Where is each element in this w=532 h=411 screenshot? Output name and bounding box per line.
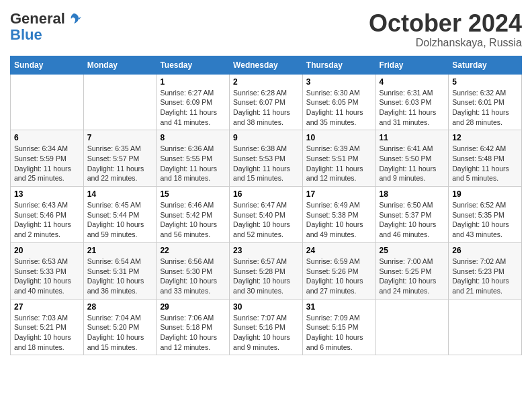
calendar-cell — [449, 299, 522, 355]
calendar-cell: 3Sunrise: 6:30 AM Sunset: 6:05 PM Daylig… — [302, 74, 375, 130]
day-number: 28 — [87, 302, 153, 312]
calendar-cell: 26Sunrise: 7:02 AM Sunset: 5:23 PM Dayli… — [449, 242, 522, 299]
calendar-cell: 13Sunrise: 6:43 AM Sunset: 5:46 PM Dayli… — [11, 187, 84, 243]
day-info: Sunrise: 7:04 AM Sunset: 5:20 PM Dayligh… — [87, 313, 153, 353]
logo-bird-icon — [66, 11, 81, 26]
day-number: 7 — [87, 133, 153, 142]
calendar-cell: 4Sunrise: 6:31 AM Sunset: 6:03 PM Daylig… — [375, 74, 449, 130]
calendar-cell: 20Sunrise: 6:53 AM Sunset: 5:33 PM Dayli… — [11, 242, 84, 299]
calendar-cell: 5Sunrise: 6:32 AM Sunset: 6:01 PM Daylig… — [449, 74, 522, 130]
calendar-cell: 28Sunrise: 7:04 AM Sunset: 5:20 PM Dayli… — [83, 299, 157, 355]
logo-blue-text: Blue — [10, 26, 42, 44]
day-info: Sunrise: 7:07 AM Sunset: 5:16 PM Dayligh… — [233, 313, 299, 353]
day-info: Sunrise: 6:56 AM Sunset: 5:30 PM Dayligh… — [160, 257, 226, 296]
week-row-5: 27Sunrise: 7:03 AM Sunset: 5:21 PM Dayli… — [11, 299, 522, 355]
day-number: 16 — [233, 189, 299, 199]
week-row-4: 20Sunrise: 6:53 AM Sunset: 5:33 PM Dayli… — [11, 242, 522, 299]
day-number: 21 — [87, 246, 153, 255]
calendar-cell — [375, 299, 449, 355]
day-number: 27 — [14, 302, 80, 312]
day-number: 3 — [306, 77, 372, 87]
day-number: 4 — [380, 77, 445, 87]
day-info: Sunrise: 6:46 AM Sunset: 5:42 PM Dayligh… — [160, 200, 226, 240]
day-info: Sunrise: 6:28 AM Sunset: 6:07 PM Dayligh… — [233, 88, 299, 128]
title-section: October 2024 Dolzhanskaya, Russia — [369, 10, 522, 49]
calendar-cell: 21Sunrise: 6:54 AM Sunset: 5:31 PM Dayli… — [83, 242, 157, 299]
calendar-cell: 11Sunrise: 6:41 AM Sunset: 5:50 PM Dayli… — [375, 130, 449, 187]
day-number: 12 — [452, 133, 518, 142]
header-day-friday: Friday — [375, 56, 449, 74]
calendar-cell: 2Sunrise: 6:28 AM Sunset: 6:07 PM Daylig… — [230, 74, 303, 130]
calendar-cell: 24Sunrise: 6:59 AM Sunset: 5:26 PM Dayli… — [302, 242, 375, 299]
day-number: 13 — [14, 189, 80, 199]
day-info: Sunrise: 6:39 AM Sunset: 5:51 PM Dayligh… — [306, 144, 372, 183]
day-number: 19 — [452, 189, 518, 199]
calendar-cell: 9Sunrise: 6:38 AM Sunset: 5:53 PM Daylig… — [230, 130, 303, 187]
calendar-cell: 7Sunrise: 6:35 AM Sunset: 5:57 PM Daylig… — [83, 130, 157, 187]
header-day-wednesday: Wednesday — [230, 56, 303, 74]
day-number: 6 — [14, 133, 80, 142]
day-info: Sunrise: 7:06 AM Sunset: 5:18 PM Dayligh… — [160, 313, 226, 353]
header-row: SundayMondayTuesdayWednesdayThursdayFrid… — [11, 56, 522, 74]
day-info: Sunrise: 6:42 AM Sunset: 5:48 PM Dayligh… — [452, 144, 518, 183]
day-info: Sunrise: 6:35 AM Sunset: 5:57 PM Dayligh… — [87, 144, 153, 183]
calendar-cell: 17Sunrise: 6:49 AM Sunset: 5:38 PM Dayli… — [302, 187, 375, 243]
week-row-2: 6Sunrise: 6:34 AM Sunset: 5:59 PM Daylig… — [11, 130, 522, 187]
day-info: Sunrise: 6:41 AM Sunset: 5:50 PM Dayligh… — [380, 144, 445, 183]
day-info: Sunrise: 6:43 AM Sunset: 5:46 PM Dayligh… — [14, 200, 80, 240]
day-info: Sunrise: 6:30 AM Sunset: 6:05 PM Dayligh… — [306, 88, 372, 128]
day-info: Sunrise: 6:27 AM Sunset: 6:09 PM Dayligh… — [160, 88, 226, 128]
calendar-cell: 31Sunrise: 7:09 AM Sunset: 5:15 PM Dayli… — [302, 299, 375, 355]
day-info: Sunrise: 6:57 AM Sunset: 5:28 PM Dayligh… — [233, 257, 299, 296]
header-day-tuesday: Tuesday — [157, 56, 230, 74]
day-number: 20 — [14, 246, 80, 255]
calendar-cell: 25Sunrise: 7:00 AM Sunset: 5:25 PM Dayli… — [375, 242, 449, 299]
day-number: 1 — [160, 77, 226, 87]
day-info: Sunrise: 6:50 AM Sunset: 5:37 PM Dayligh… — [380, 200, 445, 240]
day-info: Sunrise: 6:49 AM Sunset: 5:38 PM Dayligh… — [306, 200, 372, 240]
header-day-saturday: Saturday — [449, 56, 522, 74]
day-info: Sunrise: 7:00 AM Sunset: 5:25 PM Dayligh… — [380, 257, 445, 296]
calendar-cell: 1Sunrise: 6:27 AM Sunset: 6:09 PM Daylig… — [157, 74, 230, 130]
calendar-cell: 23Sunrise: 6:57 AM Sunset: 5:28 PM Dayli… — [230, 242, 303, 299]
week-row-1: 1Sunrise: 6:27 AM Sunset: 6:09 PM Daylig… — [11, 74, 522, 130]
calendar-cell: 14Sunrise: 6:45 AM Sunset: 5:44 PM Dayli… — [83, 187, 157, 243]
calendar-cell: 18Sunrise: 6:50 AM Sunset: 5:37 PM Dayli… — [375, 187, 449, 243]
day-number: 8 — [160, 133, 226, 142]
day-number: 2 — [233, 77, 299, 87]
day-info: Sunrise: 6:38 AM Sunset: 5:53 PM Dayligh… — [233, 144, 299, 183]
header-day-sunday: Sunday — [11, 56, 84, 74]
day-number: 18 — [380, 189, 445, 199]
calendar-cell: 15Sunrise: 6:46 AM Sunset: 5:42 PM Dayli… — [157, 187, 230, 243]
day-number: 29 — [160, 302, 226, 312]
header-day-thursday: Thursday — [302, 56, 375, 74]
calendar-cell: 6Sunrise: 6:34 AM Sunset: 5:59 PM Daylig… — [11, 130, 84, 187]
calendar-cell — [11, 74, 84, 130]
header-day-monday: Monday — [83, 56, 157, 74]
logo-general-text: General — [10, 10, 65, 28]
day-info: Sunrise: 7:03 AM Sunset: 5:21 PM Dayligh… — [14, 313, 80, 353]
day-info: Sunrise: 6:34 AM Sunset: 5:59 PM Dayligh… — [14, 144, 80, 183]
logo: General Blue — [10, 10, 81, 44]
calendar-cell: 10Sunrise: 6:39 AM Sunset: 5:51 PM Dayli… — [302, 130, 375, 187]
calendar-cell — [83, 74, 157, 130]
day-number: 11 — [380, 133, 445, 142]
day-number: 17 — [306, 189, 372, 199]
day-number: 26 — [452, 246, 518, 255]
calendar-cell: 29Sunrise: 7:06 AM Sunset: 5:18 PM Dayli… — [157, 299, 230, 355]
day-info: Sunrise: 6:36 AM Sunset: 5:55 PM Dayligh… — [160, 144, 226, 183]
calendar-cell: 27Sunrise: 7:03 AM Sunset: 5:21 PM Dayli… — [11, 299, 84, 355]
day-info: Sunrise: 6:54 AM Sunset: 5:31 PM Dayligh… — [87, 257, 153, 296]
day-number: 25 — [380, 246, 445, 255]
day-info: Sunrise: 6:31 AM Sunset: 6:03 PM Dayligh… — [380, 88, 445, 128]
calendar-cell: 30Sunrise: 7:07 AM Sunset: 5:16 PM Dayli… — [230, 299, 303, 355]
day-number: 23 — [233, 246, 299, 255]
header: General Blue October 2024 Dolzhanskaya, … — [10, 10, 522, 49]
calendar-table: SundayMondayTuesdayWednesdayThursdayFrid… — [10, 56, 522, 356]
calendar-cell: 8Sunrise: 6:36 AM Sunset: 5:55 PM Daylig… — [157, 130, 230, 187]
day-number: 31 — [306, 302, 372, 312]
day-info: Sunrise: 6:47 AM Sunset: 5:40 PM Dayligh… — [233, 200, 299, 240]
day-info: Sunrise: 6:45 AM Sunset: 5:44 PM Dayligh… — [87, 200, 153, 240]
main-title: October 2024 — [369, 10, 522, 37]
day-info: Sunrise: 7:02 AM Sunset: 5:23 PM Dayligh… — [452, 257, 518, 296]
